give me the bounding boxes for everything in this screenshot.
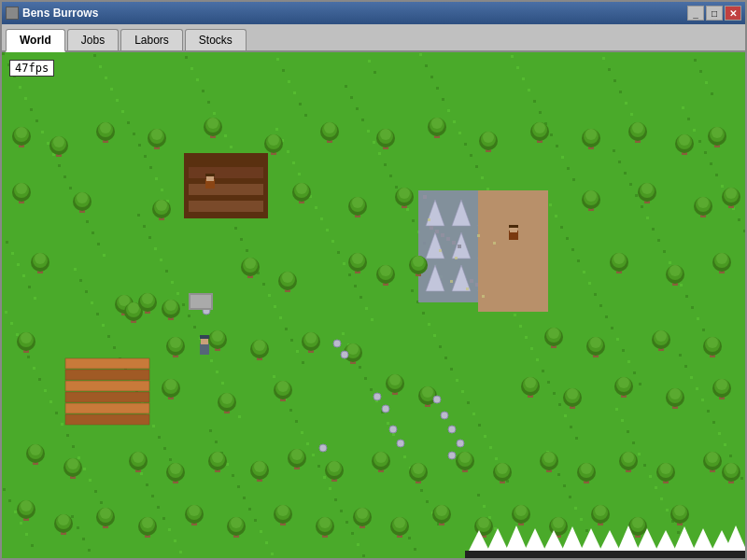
minimize-button[interactable]: _ bbox=[687, 6, 704, 21]
maximize-button[interactable]: □ bbox=[706, 6, 723, 21]
game-area[interactable]: 47fps bbox=[2, 52, 745, 558]
window-icon bbox=[6, 7, 19, 20]
game-canvas bbox=[2, 52, 745, 558]
window-controls: _ □ ✕ bbox=[687, 6, 741, 21]
tab-world[interactable]: World bbox=[6, 29, 65, 52]
fps-counter: 47fps bbox=[9, 60, 54, 77]
snow-mountains bbox=[465, 511, 745, 558]
tab-labors[interactable]: Labors bbox=[120, 29, 183, 50]
main-window: Bens Burrows _ □ ✕ World Jobs Labors Sto… bbox=[0, 0, 747, 560]
title-bar: Bens Burrows _ □ ✕ bbox=[2, 2, 745, 24]
tab-bar: World Jobs Labors Stocks bbox=[2, 24, 745, 52]
close-button[interactable]: ✕ bbox=[725, 6, 741, 21]
tab-stocks[interactable]: Stocks bbox=[185, 29, 247, 50]
svg-rect-15 bbox=[465, 551, 745, 558]
tab-jobs[interactable]: Jobs bbox=[67, 29, 119, 50]
window-title: Bens Burrows bbox=[6, 7, 98, 20]
